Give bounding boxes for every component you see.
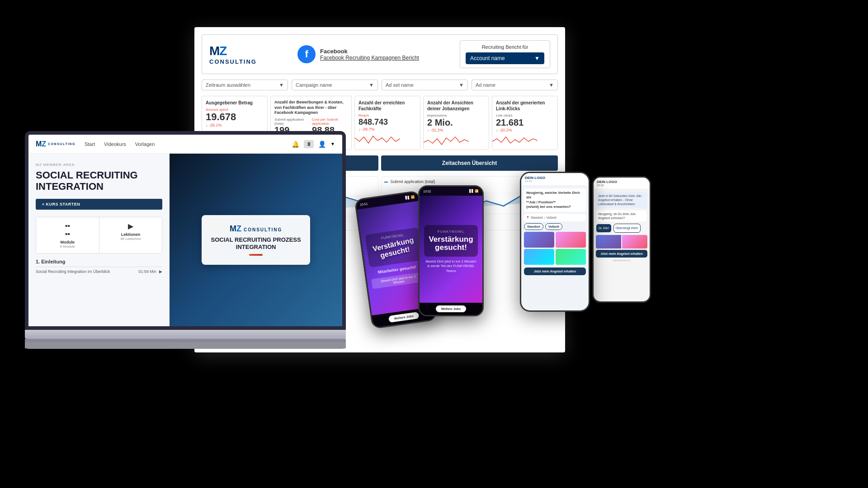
- lesson-time: 01:59 Min ▶: [138, 269, 162, 274]
- start-course-button[interactable]: » KURS STARTEN: [36, 199, 162, 210]
- chat-screen: DEIN LOGO 13:15 Neugierig, welche Vortei…: [521, 173, 589, 310]
- zeitachsen-btn-right[interactable]: Zeitachsen Übersicht: [381, 155, 558, 171]
- signal-icons: ▋▋ 📶: [406, 195, 415, 200]
- einleitung-section: 1. Einleitung Social Recruiting Integrat…: [36, 259, 162, 274]
- jobs-btn-left[interactable]: Weitere Jobs: [388, 312, 420, 323]
- laptop-bottom: MacBook Air: [25, 343, 346, 349]
- laptop-navbar: MZ CONSULTING Start Videokurs Vorlagen 🔔…: [28, 135, 342, 154]
- fb-report-section: f Facebook Facebook Recruiting Kampagnen…: [297, 45, 419, 63]
- laptop-left-panel: MZ MEMBER AREA SOCIAL RECRUITING INTEGRA…: [28, 154, 170, 326]
- thin-header: DEIN LOGO 13:15: [594, 178, 650, 189]
- chevron-down-icon: ▼: [369, 82, 374, 88]
- time-display: 10:51: [360, 202, 368, 206]
- phone-status-bar-2: 10:02 ▋▋ 📶: [420, 187, 482, 196]
- logo-consulting: CONSULTING: [209, 58, 257, 65]
- lesson-row[interactable]: Social Recruiting Integration im Überbli…: [36, 269, 162, 274]
- zeitraum-filter[interactable]: Zeitraum auswählen ▼: [202, 80, 288, 90]
- recruiting-box-title: Recruiting Bericht für: [466, 44, 544, 50]
- chat-header-sub: 13:15: [525, 180, 585, 183]
- bell-icon[interactable]: 🔔: [292, 141, 299, 148]
- logo-mz: MZ: [209, 44, 257, 58]
- chat-img-1: [524, 232, 554, 248]
- laptop-logo-text: CONSULTING: [48, 142, 75, 145]
- thin-opt-2[interactable]: Überzeugt mich.: [613, 224, 641, 232]
- brand-bar: [249, 254, 263, 256]
- laptop-device: MZ CONSULTING Start Videokurs Vorlagen 🔔…: [25, 131, 346, 349]
- phone-headline-card: FUNKYBOWL Verstärkung gesucht!: [424, 225, 477, 257]
- campaign-filter[interactable]: Campaign name ▼: [292, 80, 378, 90]
- laptop-inner: MZ CONSULTING Start Videokurs Vorlagen 🔔…: [28, 135, 342, 326]
- funkybowl-label-2: FUNKYBOWL: [429, 230, 473, 234]
- thin-img-1: [596, 235, 621, 249]
- chevron-down-icon: ▼: [549, 82, 554, 88]
- chat-body: Neugierig, welche Vorteile Dich als **Jo…: [521, 186, 589, 310]
- chat-image-grid: [524, 232, 586, 265]
- modules-stat: ▪▪▪▪ Module 6 Module: [36, 217, 99, 253]
- chat-img-4: [556, 249, 586, 265]
- thin-msg-1: Jetzt in 60 Sekunden Dein Job-Angebot er…: [596, 192, 647, 208]
- phone-sub-left: Mitarbeiter gesucht!: [377, 264, 417, 274]
- account-select[interactable]: Account name ▼: [466, 52, 544, 64]
- member-label: MZ MEMBER AREA: [36, 163, 162, 167]
- laptop-hero: MZ MEMBER AREA SOCIAL RECRUITING INTEGRA…: [28, 154, 342, 326]
- dropdown-arrow: ▼: [330, 141, 335, 146]
- chat-options: Standort Vollzeit: [524, 223, 586, 230]
- play-icon: ▶: [159, 269, 162, 274]
- adname-filter[interactable]: Ad name ▼: [472, 80, 558, 90]
- dashboard-header: MZ CONSULTING f Facebook Facebook Recrui…: [202, 34, 558, 74]
- brand-logo: MZ CONSULTING: [209, 44, 257, 65]
- laptop-hinge: [25, 339, 346, 343]
- jobs-btn-right[interactable]: Weitere Jobs: [436, 305, 466, 312]
- chat-img-2: [556, 232, 586, 248]
- thin-phone-screen: DEIN LOGO 13:15 Jetzt in 60 Sekunden Dei…: [594, 178, 650, 301]
- avatar-icon[interactable]: 👤: [318, 141, 326, 148]
- chevron-down-icon: ▼: [279, 82, 284, 88]
- thin-opt-1[interactable]: Ja, klar!: [596, 224, 612, 232]
- course-stats: ▪▪▪▪ Module 6 Module ▶ Lektionen 36 Lekt…: [36, 217, 162, 253]
- filters-row: Zeitraum auswählen ▼ Campaign name ▼ Ad …: [202, 80, 558, 90]
- nav-icons: 🔔 ⏸ 👤 ▼: [292, 140, 335, 148]
- chat-question: Neugierig, welche Vorteile Dich als **Jo…: [524, 188, 586, 212]
- laptop-logo: MZ: [36, 140, 46, 148]
- pause-icon[interactable]: ⏸: [304, 140, 314, 148]
- nav-vorlagen[interactable]: Vorlagen: [135, 141, 155, 147]
- thin-body: Jetzt in 60 Sekunden Dein Job-Angebot er…: [594, 189, 650, 301]
- nav-start[interactable]: Start: [85, 141, 95, 147]
- laptop-logo-area: MZ CONSULTING: [36, 140, 75, 148]
- account-name-label: Account name: [470, 55, 505, 61]
- phone-right-screen: 10:02 ▋▋ 📶 FUNKYBOWL Verstärkung gesucht…: [420, 187, 482, 315]
- phone-right: 10:02 ▋▋ 📶 FUNKYBOWL Verstärkung gesucht…: [418, 185, 484, 316]
- chat-logo: DEIN LOGO: [525, 176, 585, 180]
- thin-phone: DEIN LOGO 13:15 Jetzt in 60 Sekunden Dei…: [592, 176, 651, 303]
- phone-headline-right: Verstärkung gesucht!: [429, 235, 473, 252]
- chat-cta-button[interactable]: Jetzt mein Angebot erhalten: [524, 267, 586, 275]
- standort-btn[interactable]: Standort: [524, 223, 543, 230]
- facebook-icon: f: [297, 45, 316, 63]
- time-display-2: 10:02: [423, 190, 431, 193]
- adset-filter[interactable]: Ad set name ▼: [382, 80, 468, 90]
- video-title: SOCIAL RECRUITING PROZESS INTEGRATION: [211, 236, 301, 250]
- chat-phone: DEIN LOGO 13:15 Neugierig, welche Vortei…: [520, 172, 590, 312]
- video-logo: MZ CONSULTING: [211, 224, 301, 234]
- chat-header: DEIN LOGO 13:15: [521, 173, 589, 186]
- phone-sub-right: Bewirb Dich jetzt in nur 2 Minuten & wer…: [425, 259, 477, 274]
- thin-img-2: [622, 235, 647, 249]
- vollzeit-btn[interactable]: Vollzeit: [545, 223, 562, 230]
- thin-img-row: [596, 235, 647, 249]
- thin-cta-btn[interactable]: Jetzt mein Angebot erhalten: [596, 250, 647, 258]
- thin-footer-text: perspective.io: [596, 259, 647, 262]
- thin-msg-2: Neugierig, ob Du Dein Job-Angebot schick…: [596, 210, 647, 222]
- report-title: Facebook Facebook Recruiting Kampagnen B…: [320, 48, 419, 61]
- laptop-brand-label: MacBook Air: [25, 343, 346, 348]
- recruiting-box: Recruiting Bericht für Account name ▼: [460, 40, 550, 68]
- thin-time: 13:15: [597, 184, 646, 187]
- laptop-right-panel: MZ CONSULTING SOCIAL RECRUITING PROZESS …: [170, 154, 342, 326]
- grid-icon: ▪▪▪▪: [40, 222, 95, 238]
- metric-reichweite: Anzahl der erreichten Fachkräfte Reach 8…: [354, 96, 420, 150]
- phone-group: 10:51 ▋▋ 📶 FUNKYBOWL Verstärkung gesucht…: [362, 185, 484, 316]
- nav-videokurs[interactable]: Videokurs: [104, 141, 126, 147]
- phone-bottom-right: Weitere Jobs: [420, 303, 482, 315]
- signal-icons-2: ▋▋ 📶: [469, 189, 479, 193]
- video-card[interactable]: MZ CONSULTING SOCIAL RECRUITING PROZESS …: [202, 215, 310, 265]
- thin-option-row: Ja, klar! Überzeugt mich.: [596, 224, 647, 232]
